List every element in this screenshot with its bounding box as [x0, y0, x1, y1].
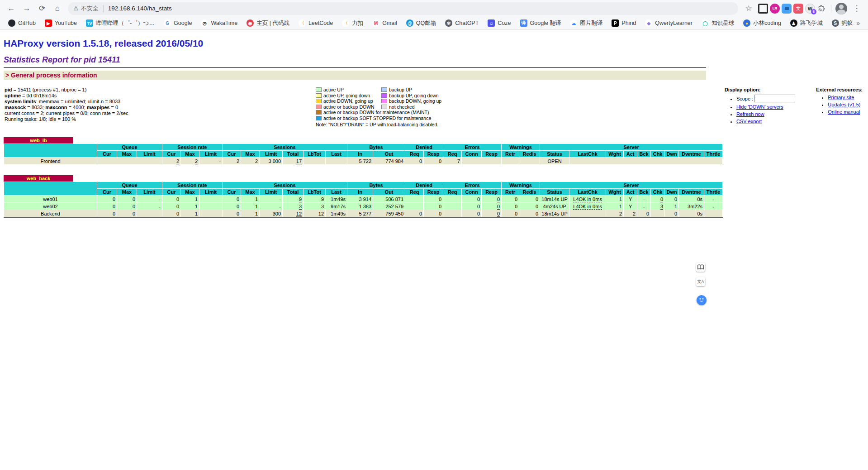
bookmark-item[interactable]: ●小林coding: [740, 18, 785, 29]
bookmark-item[interactable]: PPhind: [608, 18, 640, 28]
stats-cell: 0: [519, 210, 540, 217]
column-header: Resp: [482, 151, 501, 157]
proxy-name[interactable]: web_lb: [4, 137, 73, 144]
stats-cell: [326, 158, 347, 164]
bookmark-label: 知识星球: [711, 19, 734, 27]
haproxy-version-link[interactable]: HAProxy version 1.5.18, released 2016/05…: [4, 38, 203, 48]
profile-avatar[interactable]: [835, 3, 847, 14]
bookmark-item[interactable]: ✻ChatGPT: [441, 18, 482, 28]
menu-button[interactable]: ⋮: [850, 2, 863, 15]
legend-label: active UP, going down: [323, 93, 381, 98]
stats-cell: 12: [304, 210, 325, 217]
home-button[interactable]: ⌂: [51, 2, 64, 15]
column-group-header: Bytes: [347, 182, 405, 188]
bookmark-item[interactable]: ◉主页 | 代码战: [243, 18, 293, 29]
stats-cell: -: [704, 203, 722, 210]
bookmark-item[interactable]: ♟路飞学城: [787, 18, 826, 29]
option-link[interactable]: Hide 'DOWN' servers: [736, 104, 783, 110]
proxy-name[interactable]: web_back: [4, 175, 73, 182]
stats-cell: 1: [606, 196, 623, 202]
stats-cell: 1: [241, 210, 259, 217]
likou-icon: 〈: [342, 19, 349, 27]
stats-cell: 2: [223, 158, 241, 164]
column-header: Status: [540, 189, 569, 195]
extensions-puzzle-icon[interactable]: [817, 4, 827, 14]
reload-button[interactable]: ⟳: [36, 2, 48, 15]
stats-cell: 1m49s: [326, 196, 347, 202]
bilibili-icon: ᴛᴠ: [86, 19, 93, 27]
column-group-header: Warnings: [502, 144, 540, 150]
bookmark-label: YouTube: [55, 20, 77, 26]
address-bar[interactable]: ⚠ 不安全 192.168.6.140/ha_stats: [68, 2, 738, 15]
forward-button[interactable]: →: [20, 2, 33, 15]
back-button[interactable]: ←: [5, 2, 18, 15]
bookmark-item[interactable]: ◆QwertyLearner: [641, 18, 696, 28]
option-link[interactable]: CSV export: [736, 119, 762, 124]
bookmark-label: WakaTime: [211, 20, 237, 26]
bookmark-item[interactable]: ☁图片翻译: [566, 18, 606, 29]
bookmark-item[interactable]: S蚂蚁课堂: [828, 18, 853, 29]
dark-mode-extension-icon[interactable]: [758, 4, 768, 14]
security-chip[interactable]: ⚠ 不安全: [73, 5, 99, 13]
stats-cell: [443, 210, 461, 217]
info-key: system limits: [5, 99, 36, 104]
stats-cell: 0: [424, 210, 443, 217]
stats-cell: [462, 158, 501, 164]
bookmark-item[interactable]: ◯知识星球: [698, 18, 738, 29]
tooltip-value: L4OK in 0ms: [573, 204, 602, 210]
stats-cell: 0: [519, 196, 540, 202]
legend-swatch: [381, 99, 387, 103]
assistant-float-button[interactable]: [697, 295, 707, 305]
bookmark-item[interactable]: ▶YouTube: [41, 18, 81, 28]
stats-cell: 0: [117, 203, 137, 210]
column-header: Bck: [637, 151, 650, 157]
bookmark-item[interactable]: MGmail: [369, 18, 401, 28]
stats-cell: Y: [624, 203, 637, 210]
stats-cell: 3: [651, 203, 664, 210]
column-header: Dwntme: [679, 151, 704, 157]
bookmark-item[interactable]: ᴛᴠ哔哩哔哩（゜-゜）つ…: [82, 18, 158, 29]
window-glyph: [785, 7, 789, 10]
bookmark-label: Phind: [621, 20, 636, 26]
stats-cell: 0: [462, 203, 481, 210]
bookmark-label: 小林coding: [753, 19, 781, 27]
info-text: = 0d 0h18m14s: [21, 93, 57, 98]
translate-float-button[interactable]: 文A: [696, 277, 705, 286]
reader-float-button[interactable]: [696, 263, 705, 272]
stats-cell: 0: [462, 196, 481, 202]
bookmark-star-button[interactable]: ☆: [742, 2, 755, 15]
bookmark-item[interactable]: 译Google 翻译: [517, 18, 565, 29]
legend-label: not checked: [389, 104, 415, 110]
bookmark-item[interactable]: @QQ邮箱: [403, 18, 440, 29]
column-header: Req: [405, 151, 423, 157]
bookmark-item[interactable]: ☺Coze: [484, 18, 514, 28]
w-extension-icon[interactable]: W 6: [805, 4, 815, 14]
stats-cell: -: [137, 196, 162, 202]
window-extension-icon[interactable]: [782, 4, 792, 14]
bookmarks-overflow-button[interactable]: »: [853, 19, 863, 27]
option-link[interactable]: Primary site: [828, 95, 854, 100]
name-column-header: [4, 182, 97, 195]
bookmark-item[interactable]: GGoogle: [160, 18, 195, 28]
column-header: Cur: [223, 151, 241, 157]
legend-swatch: [316, 110, 322, 115]
bookmark-label: ChatGPT: [455, 20, 479, 26]
legend-label: active UP: [323, 87, 381, 92]
option-list-item: Updates (v1.5): [828, 102, 863, 107]
stats-cell: 0: [424, 158, 443, 164]
xiaolin-coding-icon: ●: [743, 19, 750, 27]
bookmark-item[interactable]: 〈力扣: [338, 18, 367, 29]
tooltip-value: 3: [660, 204, 663, 210]
legend-note: Note: "NOLB"/"DRAIN" = UP with load-bala…: [316, 122, 533, 127]
option-link[interactable]: Refresh now: [736, 111, 764, 117]
scope-input[interactable]: [754, 95, 795, 102]
column-header: Conn: [462, 189, 481, 195]
option-link[interactable]: Updates (v1.5): [828, 102, 860, 107]
translate-extension-icon[interactable]: 文: [793, 4, 803, 14]
bookmark-item[interactable]: ◷WakaTime: [197, 18, 241, 28]
lr-extension-icon[interactable]: LR: [770, 4, 780, 14]
tooltip-value: 12: [296, 211, 302, 217]
option-link[interactable]: Online manual: [828, 109, 860, 115]
bookmark-item[interactable]: 〈LeetCode: [295, 18, 337, 28]
bookmark-item[interactable]: GitHub: [5, 18, 39, 28]
